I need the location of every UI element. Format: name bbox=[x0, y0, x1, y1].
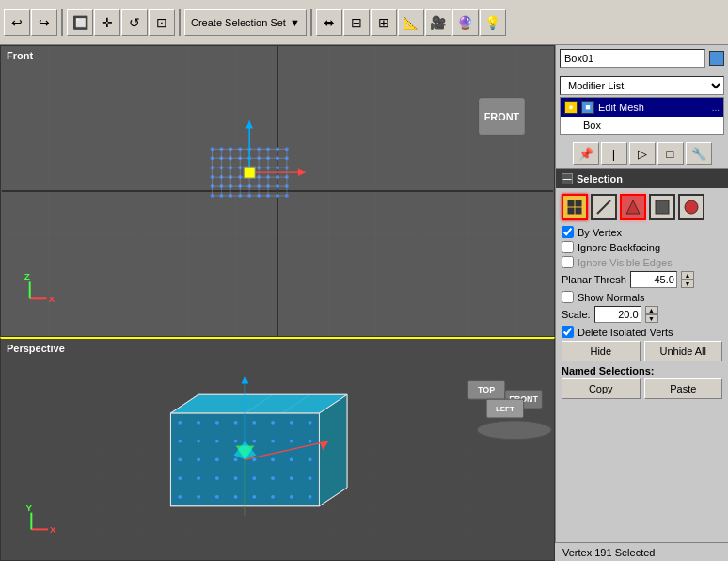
svg-point-154 bbox=[252, 495, 256, 499]
svg-point-149 bbox=[309, 476, 312, 480]
status-text: Vertex 191 Selected bbox=[562, 547, 655, 558]
object-color-swatch[interactable] bbox=[709, 51, 724, 66]
svg-point-144 bbox=[215, 476, 219, 480]
svg-point-128 bbox=[215, 440, 219, 443]
material-btn[interactable]: 🔮 bbox=[452, 9, 479, 36]
edit-mesh-icon: ● bbox=[564, 101, 578, 114]
selection-set-arrow: ▼ bbox=[290, 17, 300, 28]
selection-set-dropdown[interactable]: Create Selection Set ▼ bbox=[184, 9, 307, 36]
svg-marker-88 bbox=[245, 120, 253, 128]
by-vertex-checkbox[interactable] bbox=[562, 226, 574, 238]
array-btn[interactable]: ⊞ bbox=[371, 9, 397, 36]
delete-isolated-checkbox[interactable] bbox=[562, 326, 574, 338]
toolbar-group-1: ↩ ↪ bbox=[4, 9, 57, 36]
front-viewport[interactable]: Front bbox=[0, 45, 555, 337]
selection-content: By Vertex Ignore Backfacing Ignore Visib… bbox=[556, 188, 728, 409]
planar-thresh-input[interactable] bbox=[630, 271, 677, 288]
edit-mesh-label: Edit Mesh bbox=[598, 102, 644, 113]
utility-btn[interactable]: 🔧 bbox=[686, 142, 712, 165]
hierarchy-btn[interactable]: | bbox=[601, 142, 627, 165]
poly-btn[interactable] bbox=[649, 194, 675, 220]
scale-row: Scale: ▲ ▼ bbox=[562, 306, 722, 323]
svg-point-122 bbox=[252, 421, 256, 425]
named-selections-label: Named Selections: bbox=[562, 365, 722, 377]
motion-btn[interactable]: ▷ bbox=[629, 142, 656, 165]
box-item[interactable]: Box bbox=[561, 117, 723, 134]
element-btn[interactable] bbox=[678, 194, 704, 220]
scale-spinners: ▲ ▼ bbox=[645, 306, 658, 323]
svg-point-142 bbox=[178, 476, 182, 480]
svg-point-135 bbox=[197, 457, 200, 461]
align-btn[interactable]: ⊟ bbox=[343, 9, 370, 36]
render-btn[interactable]: 🎥 bbox=[425, 9, 451, 36]
svg-point-150 bbox=[178, 495, 182, 499]
face-btn[interactable] bbox=[620, 194, 646, 220]
planar-thresh-spinners: ▲ ▼ bbox=[681, 271, 694, 288]
delete-isolated-label[interactable]: Delete Isolated Verts bbox=[578, 327, 673, 338]
ignore-backfacing-label[interactable]: Ignore Backfacing bbox=[578, 242, 660, 253]
toolbar-group-2: 🔲 ✛ ↺ ⊡ bbox=[67, 9, 175, 36]
planar-thresh-down[interactable]: ▼ bbox=[681, 280, 694, 288]
scale-down[interactable]: ▼ bbox=[645, 314, 658, 323]
planar-thresh-up[interactable]: ▲ bbox=[681, 271, 694, 280]
perspective-viewport[interactable]: Perspective bbox=[0, 337, 555, 561]
svg-point-137 bbox=[234, 457, 238, 461]
svg-rect-188 bbox=[568, 200, 574, 206]
by-vertex-label[interactable]: By Vertex bbox=[578, 227, 622, 238]
selection-section: — Selection bbox=[556, 169, 728, 561]
svg-point-132 bbox=[290, 440, 293, 443]
modifier-list-dropdown[interactable]: Modifier List bbox=[560, 76, 724, 95]
copy-btn[interactable]: Copy bbox=[562, 378, 641, 399]
ignore-visible-edges-label[interactable]: Ignore Visible Edges bbox=[578, 257, 673, 268]
svg-point-127 bbox=[197, 440, 200, 443]
move-btn[interactable]: ✛ bbox=[94, 9, 120, 36]
right-panel: Modifier List ● ■ Edit Mesh ... Box 📌 | … bbox=[555, 45, 728, 561]
mirror-btn[interactable]: ⬌ bbox=[316, 9, 342, 36]
svg-point-157 bbox=[309, 495, 312, 499]
ignore-visible-edges-checkbox[interactable] bbox=[562, 256, 574, 268]
svg-point-147 bbox=[271, 476, 275, 480]
svg-line-192 bbox=[597, 200, 610, 214]
svg-point-146 bbox=[252, 476, 256, 480]
unhide-all-btn[interactable]: Unhide All bbox=[644, 341, 723, 361]
scale-label: Scale: bbox=[562, 309, 591, 320]
panel-buttons: 📌 | ▷ □ 🔧 bbox=[556, 138, 728, 169]
scale-input[interactable] bbox=[594, 306, 641, 323]
svg-point-125 bbox=[309, 421, 312, 425]
svg-point-130 bbox=[252, 440, 256, 443]
snap-btn[interactable]: 📐 bbox=[398, 9, 424, 36]
svg-point-126 bbox=[178, 440, 182, 443]
display-btn[interactable]: □ bbox=[657, 142, 684, 165]
select-btn[interactable]: 🔲 bbox=[67, 9, 93, 36]
edge-btn[interactable] bbox=[591, 194, 617, 220]
show-normals-label[interactable]: Show Normals bbox=[578, 292, 645, 303]
ignore-backfacing-checkbox[interactable] bbox=[562, 241, 574, 253]
edit-mesh-item[interactable]: ● ■ Edit Mesh ... bbox=[561, 98, 723, 117]
paste-btn[interactable]: Paste bbox=[644, 378, 723, 399]
status-bar: Vertex 191 Selected bbox=[556, 542, 728, 561]
main-layout: Front bbox=[0, 45, 728, 561]
redo-btn[interactable]: ↪ bbox=[31, 9, 57, 36]
svg-point-121 bbox=[234, 421, 238, 425]
svg-point-152 bbox=[215, 495, 219, 499]
undo-btn[interactable]: ↩ bbox=[4, 9, 30, 36]
svg-point-195 bbox=[685, 200, 698, 214]
scale-btn[interactable]: ⊡ bbox=[149, 9, 175, 36]
svg-point-120 bbox=[215, 421, 219, 425]
scale-up[interactable]: ▲ bbox=[645, 306, 658, 314]
section-collapse-btn[interactable]: — bbox=[562, 173, 573, 184]
perspective-viewport-label: Perspective bbox=[7, 343, 65, 354]
vertex-btn[interactable] bbox=[562, 194, 588, 220]
sep1 bbox=[61, 9, 63, 36]
svg-rect-190 bbox=[568, 208, 574, 214]
pin-btn[interactable]: 📌 bbox=[573, 142, 599, 165]
object-name-input[interactable] bbox=[560, 49, 705, 68]
svg-marker-193 bbox=[626, 200, 640, 214]
hide-btn[interactable]: Hide bbox=[562, 341, 641, 361]
planar-thresh-label: Planar Thresh bbox=[562, 274, 626, 285]
rotate-btn[interactable]: ↺ bbox=[121, 9, 148, 36]
light-btn[interactable]: 💡 bbox=[480, 9, 506, 36]
show-normals-checkbox[interactable] bbox=[562, 291, 574, 303]
svg-text:X: X bbox=[50, 524, 56, 535]
copy-paste-row: Copy Paste bbox=[562, 378, 722, 399]
